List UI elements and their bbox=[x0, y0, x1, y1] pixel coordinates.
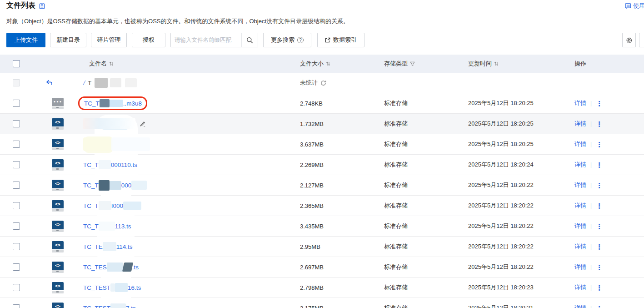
row-checkbox[interactable] bbox=[13, 304, 20, 308]
comment-icon bbox=[625, 3, 631, 9]
row-checkbox[interactable] bbox=[13, 202, 20, 209]
file-name-link[interactable] bbox=[83, 118, 135, 129]
detail-link[interactable]: 详情 bbox=[574, 99, 586, 107]
more-actions-icon[interactable]: ⋮ bbox=[596, 141, 603, 148]
more-actions-icon[interactable]: ⋮ bbox=[596, 100, 603, 107]
redaction-blob bbox=[110, 283, 115, 292]
redaction-blob bbox=[100, 99, 110, 107]
file-name-prefix: TC_TES bbox=[83, 264, 107, 271]
file-size: 2.95MB bbox=[300, 243, 384, 250]
detail-link[interactable]: 详情 bbox=[574, 140, 586, 148]
usage-doc-link[interactable]: 使用 bbox=[625, 2, 644, 10]
clipboard-icon[interactable] bbox=[39, 3, 45, 9]
search-button[interactable] bbox=[241, 33, 258, 47]
file-size: 2.127MB bbox=[300, 182, 384, 189]
more-actions-icon[interactable]: ⋮ bbox=[596, 182, 603, 189]
more-actions-icon[interactable]: ⋮ bbox=[596, 223, 603, 230]
settings-button[interactable] bbox=[622, 33, 636, 47]
file-name-link[interactable]: TC_T 000110.ts bbox=[83, 160, 137, 169]
table-row: <> TC_TE 114.ts 2.95MB 标准存储 2025年5月12日 1… bbox=[0, 237, 644, 257]
redaction-blob bbox=[123, 202, 141, 210]
external-link-icon bbox=[325, 37, 330, 43]
file-name-prefix: TC_T bbox=[83, 182, 99, 189]
more-actions-icon[interactable]: ⋮ bbox=[596, 162, 603, 168]
row-checkbox[interactable] bbox=[13, 263, 20, 271]
file-name-link[interactable] bbox=[83, 137, 150, 151]
file-name-link[interactable]: TC_T 000 bbox=[83, 180, 147, 191]
select-all-checkbox[interactable] bbox=[13, 60, 20, 67]
search-icon bbox=[246, 37, 253, 44]
detail-link[interactable]: 详情 bbox=[574, 181, 586, 189]
file-name-link[interactable]: TC_T ..m3u8 bbox=[84, 99, 142, 107]
file-name-prefix: TC_T bbox=[83, 223, 99, 230]
storage-type: 标准存储 bbox=[384, 99, 468, 107]
refresh-icon[interactable] bbox=[320, 80, 326, 86]
ts-file-icon: <> bbox=[52, 221, 64, 232]
data-index-button[interactable]: 数据索引 bbox=[317, 33, 364, 47]
file-name-suffix: 000110.ts bbox=[111, 162, 137, 168]
update-time: 2025年5月12日 18:20:24 bbox=[468, 161, 574, 169]
table-row: <> TC_T I000 2.365MB 标准存储 2025年5月12日 18:… bbox=[0, 196, 644, 216]
detail-link[interactable]: 详情 bbox=[574, 161, 586, 169]
file-name-link[interactable]: TC_TEST 16.ts bbox=[83, 283, 141, 292]
storage-type: 标准存储 bbox=[384, 222, 468, 230]
row-checkbox[interactable] bbox=[13, 243, 20, 250]
file-name-link[interactable]: TC_TE 114.ts bbox=[83, 242, 133, 251]
storage-type: 标准存储 bbox=[384, 120, 468, 128]
funnel-icon[interactable] bbox=[410, 61, 415, 66]
pencil-icon[interactable] bbox=[140, 121, 146, 127]
detail-link[interactable]: 详情 bbox=[574, 242, 586, 251]
parent-path-link[interactable]: / T bbox=[83, 78, 137, 88]
detail-link[interactable]: 详情 bbox=[574, 304, 586, 308]
upload-button[interactable]: 上传文件 bbox=[6, 33, 45, 47]
more-search-button[interactable]: 更多搜索 ? bbox=[263, 33, 311, 47]
more-actions-icon[interactable]: ⋮ bbox=[596, 243, 603, 250]
ts-file-icon: <> bbox=[52, 262, 64, 273]
sort-arrows-icon[interactable] bbox=[494, 61, 499, 66]
file-name-link[interactable]: TC_TEST 7.ts bbox=[83, 303, 136, 308]
row-checkbox[interactable] bbox=[13, 182, 20, 189]
sort-arrows-icon[interactable] bbox=[109, 61, 114, 66]
more-actions-icon[interactable]: ⋮ bbox=[596, 121, 603, 127]
redaction-blob bbox=[110, 78, 121, 87]
row-checkbox[interactable] bbox=[13, 222, 20, 230]
detail-link[interactable]: 详情 bbox=[574, 202, 586, 210]
fragment-manage-button[interactable]: 碎片管理 bbox=[91, 33, 127, 47]
redaction-blob bbox=[95, 78, 108, 88]
table-row: <> TC_TEST 16.ts 2.798MB 标准存储 2025年5月12日… bbox=[0, 278, 644, 298]
file-name-suffix: 7.ts bbox=[126, 305, 136, 308]
more-actions-icon[interactable]: ⋮ bbox=[596, 284, 603, 291]
redaction-blob bbox=[83, 137, 111, 151]
path-slash: / bbox=[83, 79, 85, 87]
page-description: 对象（Object）是OSS存储数据的基本单元，也被称为OSS的文件。和传统的文… bbox=[6, 17, 349, 25]
authorize-button[interactable]: 授权 bbox=[132, 33, 165, 47]
ts-file-icon: <> bbox=[52, 241, 64, 252]
update-time: 2025年5月12日 18:20:25 bbox=[468, 120, 574, 128]
redaction-blob bbox=[110, 100, 123, 107]
back-arrow-icon[interactable] bbox=[46, 80, 53, 86]
new-directory-button[interactable]: 新建目录 bbox=[50, 33, 86, 47]
row-checkbox[interactable] bbox=[13, 120, 20, 127]
row-checkbox[interactable] bbox=[13, 100, 20, 107]
file-name-link[interactable]: TC_TES .ts bbox=[83, 263, 139, 272]
update-time: 2025年5月12日 18:20:22 bbox=[468, 202, 574, 210]
redaction-blob bbox=[99, 201, 111, 210]
more-actions-icon[interactable]: ⋮ bbox=[596, 202, 603, 209]
detail-link[interactable]: 详情 bbox=[574, 263, 586, 271]
row-checkbox[interactable] bbox=[13, 161, 20, 168]
file-name-link[interactable]: TC_T 113.ts bbox=[83, 222, 131, 231]
detail-link[interactable]: 详情 bbox=[574, 222, 586, 230]
file-name-suffix: ..m3u8 bbox=[123, 100, 142, 107]
row-checkbox[interactable] bbox=[13, 141, 20, 148]
file-name-link[interactable]: TC_T I000 bbox=[83, 201, 141, 210]
more-actions-icon[interactable]: ⋮ bbox=[596, 305, 603, 308]
usage-link-label: 使用 bbox=[633, 2, 644, 10]
detail-link[interactable]: 详情 bbox=[574, 120, 586, 128]
more-actions-icon[interactable]: ⋮ bbox=[596, 264, 603, 271]
search-input[interactable] bbox=[171, 33, 241, 47]
sort-arrows-icon[interactable] bbox=[326, 61, 330, 66]
refresh-button-partial[interactable] bbox=[639, 33, 644, 47]
row-checkbox[interactable] bbox=[13, 284, 20, 291]
file-size: 2.365MB bbox=[300, 202, 384, 209]
detail-link[interactable]: 详情 bbox=[574, 283, 586, 292]
